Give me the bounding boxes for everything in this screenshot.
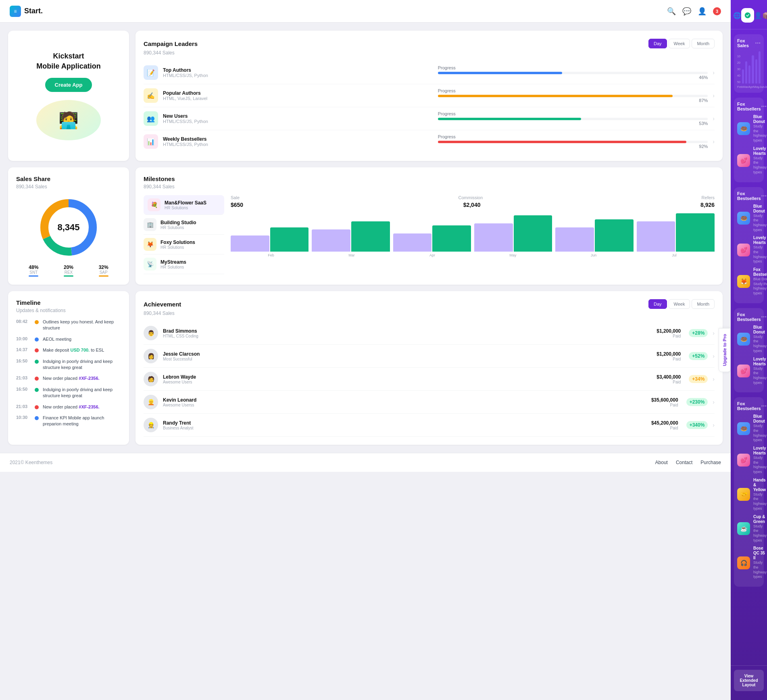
sidebar-icon-package[interactable]: 📦: [762, 8, 767, 23]
campaign-info: Top Authors HTML/CSS/JS, Python: [163, 67, 433, 78]
sidebar-item[interactable]: 🍩 Blue Donut Study the highway types: [737, 204, 761, 233]
achievement-subtitle: 890,344 Sales: [144, 310, 715, 316]
footer-link[interactable]: About: [655, 460, 668, 465]
sales-share-dots[interactable]: ⋯: [115, 176, 121, 182]
view-extended-button[interactable]: View Extended Layout: [734, 670, 764, 691]
val-commission: $2,040: [463, 202, 481, 208]
milestone-sub: HR Solutions: [160, 245, 224, 250]
milestones-header: Milestones ⋯: [144, 175, 715, 182]
milestone-bar: [474, 223, 513, 252]
milestones-values: $650 $2,040 8,926: [231, 202, 715, 208]
timeline-link[interactable]: #XF-2356.: [79, 376, 99, 381]
milestone-name: Man&Flower SaaS: [165, 200, 220, 206]
sidebar-item[interactable]: 🍩 Blue Donut Study the highway types: [737, 414, 761, 443]
campaign-progress: Progress 92%: [438, 134, 708, 149]
campaign-tab[interactable]: Month: [692, 39, 715, 48]
campaign-progress: Progress 46%: [438, 65, 708, 80]
progress-label: Progress: [438, 65, 708, 70]
sidebar-item[interactable]: ☕ Cup & Green Study the highway types: [737, 515, 761, 543]
achieve-arrow[interactable]: ›: [713, 353, 715, 359]
campaign-icon: 👥: [144, 111, 158, 126]
achieve-arrow[interactable]: ›: [713, 376, 715, 382]
milestones-title: Milestones: [144, 175, 175, 182]
header: ≡ Start. 🔍 💬 👤 3: [0, 0, 731, 23]
header-icons: 🔍 💬 👤 3: [667, 7, 721, 16]
sidebar-item[interactable]: 🦊 Fox Bestsellers Blue Donut Study the h…: [737, 267, 761, 296]
milestone-row[interactable]: 🦊 Foxy Solutions HR Solutions: [144, 235, 224, 254]
item-sub: Study the highway types: [753, 214, 767, 233]
timeline-dot: [35, 338, 39, 342]
achievement-tab[interactable]: Day: [648, 299, 667, 309]
milestone-icon: 🦊: [144, 238, 156, 251]
item-name: Lovely Hearts: [753, 357, 767, 367]
campaign-icon: 📝: [144, 65, 158, 80]
item-sub: Study the highway types: [753, 492, 767, 511]
milestone-chart-labels: FebMarAprMayJunJul: [231, 253, 715, 257]
milestones-dots[interactable]: ⋯: [709, 176, 715, 182]
timeline-link[interactable]: #XF-2356.: [79, 404, 99, 409]
campaign-arrow[interactable]: ›: [713, 92, 715, 99]
sidebar-section-title: Fox Bestsellers⋯: [737, 102, 761, 111]
campaign-arrow[interactable]: ›: [713, 115, 715, 122]
section-dots[interactable]: ⋯: [761, 193, 767, 199]
achievement-tab[interactable]: Week: [669, 299, 690, 309]
fox-sales-dots[interactable]: ⋯: [755, 40, 761, 46]
sidebar-item[interactable]: 💕 Lovely Hearts Study the highway types: [737, 446, 761, 475]
campaign-arrow[interactable]: ›: [713, 69, 715, 76]
progress-bar-bg: [438, 141, 708, 143]
milestone-row[interactable]: 🏢 Building Studio HR Solutions: [144, 215, 224, 235]
milestone-row[interactable]: 📡 MyStreams HR Solutions: [144, 254, 224, 274]
achieve-pct: +52%: [689, 352, 708, 360]
milestone-row[interactable]: 💐 Man&Flower SaaS HR Solutions: [144, 195, 224, 215]
milestone-icon: 🏢: [144, 218, 156, 231]
footer-link[interactable]: Contact: [676, 460, 692, 465]
sidebar-item[interactable]: 🍩 Blue Donut Study the highway types: [737, 115, 761, 143]
item-name: Blue Donut: [753, 115, 767, 124]
campaign-tech: HTML/CSS/JS, Python: [163, 73, 433, 78]
notification-badge[interactable]: 3: [713, 7, 721, 15]
campaign-tab[interactable]: Week: [669, 39, 690, 48]
achieve-arrow[interactable]: ›: [713, 399, 715, 405]
sidebar-item[interactable]: 🍩 Blue Donut Study the highway types: [737, 325, 761, 354]
section-dots[interactable]: ⋯: [761, 403, 767, 409]
sidebar-bestseller-section: Fox Bestsellers⋯ 🍩 Blue Donut Study the …: [734, 308, 764, 393]
achieve-sub: Business Analyst: [163, 426, 646, 430]
section-dots[interactable]: ⋯: [761, 314, 767, 320]
timeline-dots[interactable]: ⋯: [115, 300, 121, 306]
create-app-button[interactable]: Create App: [45, 78, 92, 92]
sidebar-icon-user[interactable]: 👤: [754, 8, 762, 23]
sidebar-item[interactable]: 💕 Lovely Hearts Study the highway types: [737, 357, 761, 385]
campaign-arrow[interactable]: ›: [713, 138, 715, 145]
footer-link[interactable]: Purchase: [700, 460, 721, 465]
achieve-name: Randy Trent: [163, 420, 646, 426]
campaign-tab[interactable]: Day: [648, 39, 667, 48]
legend-label: SNT: [29, 270, 38, 275]
achievement-items: 👨 Brad Simmons HTML, CSS Coding $1,200,0…: [144, 322, 715, 437]
achieve-avatar: 👱: [144, 395, 158, 409]
campaign-row: ✍️ Popular Authors HTML, VueJS, Laravel …: [144, 84, 715, 107]
sidebar-bottom: View Extended Layout: [731, 665, 767, 695]
sidebar-item[interactable]: 💕 Lovely Hearts Study the highway types: [737, 235, 761, 264]
sidebar-content: Fox Sales ⋯ 50 40 30 20 10 FebMarAprMayJ…: [731, 29, 767, 665]
milestones-chart-area: Sale Commission Refers $650 $2,040 8,926…: [231, 195, 715, 274]
sidebar-section-title: Fox Bestsellers⋯: [737, 191, 761, 201]
sidebar-item[interactable]: 🤝 Hands & Yellow Study the highway types: [737, 478, 761, 511]
upgrade-to-pro-tab[interactable]: Upgrade to Pro: [719, 328, 731, 372]
achievement-tab[interactable]: Month: [692, 299, 715, 309]
sidebar-item[interactable]: 🎧 Bose QC 35 II Study the highway types: [737, 546, 761, 579]
header-logo: ≡ Start.: [10, 6, 43, 17]
sidebar-icon-globe[interactable]: 🌐: [733, 8, 741, 23]
section-dots[interactable]: ⋯: [761, 103, 767, 110]
progress-bar-bg: [438, 72, 708, 74]
achieve-arrow[interactable]: ›: [713, 422, 715, 428]
sidebar-icon-active[interactable]: [741, 8, 754, 23]
message-icon[interactable]: 💬: [682, 7, 691, 16]
timeline-title: Timeline: [16, 299, 41, 306]
achieve-arrow[interactable]: ›: [713, 330, 715, 336]
milestones-list: 💐 Man&Flower SaaS HR Solutions 🏢 Buildin…: [144, 195, 224, 274]
achievement-row: 🧑 Lebron Wayde Awesome Users $3,400,000 …: [144, 368, 715, 391]
profile-icon[interactable]: 👤: [698, 7, 707, 16]
milestone-bar: [231, 235, 269, 252]
sidebar-item[interactable]: 💕 Lovely Hearts Study the highway types: [737, 146, 761, 175]
search-icon[interactable]: 🔍: [667, 7, 676, 16]
